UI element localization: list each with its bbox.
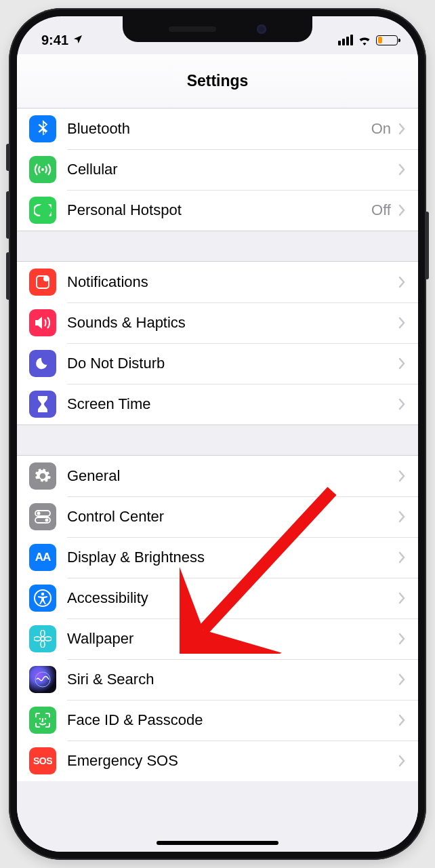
settings-row-accessibility[interactable]: Accessibility [17,578,418,618]
chevron-right-icon [398,592,406,604]
row-label: General [67,467,398,485]
svg-point-13 [45,637,51,641]
chevron-right-icon [398,357,406,370]
sounds-icon [29,309,56,336]
chevron-right-icon [398,755,406,767]
settings-row-emergency-sos[interactable]: SOSEmergency SOS [17,741,418,781]
hotspot-icon [29,197,56,224]
chevron-right-icon [398,470,406,482]
row-label: Notifications [67,273,398,291]
settings-row-control-center[interactable]: Control Center [17,496,418,537]
chevron-right-icon [398,163,406,176]
row-label: Emergency SOS [67,752,398,770]
text-size-icon: AA [29,544,56,571]
row-label: Do Not Disturb [67,355,398,372]
svg-point-2 [43,276,49,281]
settings-row-cellular[interactable]: Cellular [17,149,418,190]
svg-point-9 [41,637,45,641]
faceid-icon [29,707,56,734]
navbar: Settings [17,54,418,108]
chevron-right-icon [398,317,406,329]
settings-row-bluetooth[interactable]: BluetoothOn [17,108,418,149]
row-value: Off [371,201,391,219]
settings-row-siri-search[interactable]: Siri & Search [17,659,418,700]
row-label: Bluetooth [67,120,371,138]
svg-point-10 [41,630,45,637]
settings-row-general[interactable]: General [17,456,418,496]
svg-point-15 [39,718,41,720]
row-value: On [371,120,391,138]
settings-list[interactable]: BluetoothOnCellularPersonal HotspotOffNo… [17,108,418,852]
row-label: Siri & Search [67,671,398,688]
phone-frame: 9:41 Settings BluetoothOnCellularPersona… [9,8,426,860]
svg-point-0 [41,168,44,171]
page-title: Settings [187,72,249,90]
chevron-right-icon [398,123,406,135]
svg-point-4 [37,512,41,515]
settings-group: GeneralControl CenterAADisplay & Brightn… [17,455,418,781]
notifications-icon [29,269,56,296]
settings-row-do-not-disturb[interactable]: Do Not Disturb [17,343,418,384]
settings-row-notifications[interactable]: Notifications [17,262,418,302]
svg-point-8 [41,593,45,596]
row-label: Sounds & Haptics [67,314,398,332]
settings-row-personal-hotspot[interactable]: Personal HotspotOff [17,190,418,231]
wifi-icon [358,35,371,45]
row-label: Display & Brightness [67,549,398,566]
screen: 9:41 Settings BluetoothOnCellularPersona… [17,16,418,852]
row-label: Face ID & Passcode [67,711,398,729]
row-label: Screen Time [67,395,398,413]
chevron-right-icon [398,673,406,686]
row-label: Control Center [67,508,398,526]
siri-icon [29,666,56,693]
svg-point-11 [41,641,45,648]
svg-point-12 [34,637,41,641]
chevron-right-icon [398,714,406,726]
row-label: Accessibility [67,589,398,607]
flower-icon [29,625,56,652]
chevron-right-icon [398,398,406,410]
settings-group: BluetoothOnCellularPersonal HotspotOff [17,108,418,231]
battery-icon [376,35,398,45]
settings-row-sounds-haptics[interactable]: Sounds & Haptics [17,302,418,343]
home-indicator[interactable] [157,841,278,845]
cellular-icon [29,156,56,183]
location-icon [72,33,83,48]
chevron-right-icon [398,204,406,216]
settings-row-display[interactable]: AADisplay & Brightness [17,537,418,578]
chevron-right-icon [398,551,406,564]
chevron-right-icon [398,276,406,288]
row-label: Wallpaper [67,630,398,648]
gear-icon [29,462,56,490]
svg-point-6 [45,519,49,522]
chevron-right-icon [398,511,406,523]
chevron-right-icon [398,633,406,645]
status-time: 9:41 [41,33,68,48]
settings-row-wallpaper[interactable]: Wallpaper [17,618,418,659]
sos-icon: SOS [29,747,56,774]
hourglass-icon [29,391,56,418]
settings-row-screen-time[interactable]: Screen Time [17,384,418,425]
settings-group: NotificationsSounds & HapticsDo Not Dist… [17,261,418,425]
switches-icon [29,503,56,530]
signal-icon [338,35,353,45]
notch [123,16,312,42]
svg-point-16 [45,718,47,720]
row-label: Personal Hotspot [67,201,371,219]
moon-icon [29,350,56,377]
bluetooth-icon [29,115,56,142]
accessibility-icon [29,585,56,612]
row-label: Cellular [67,161,398,178]
settings-row-faceid-passcode[interactable]: Face ID & Passcode [17,700,418,741]
